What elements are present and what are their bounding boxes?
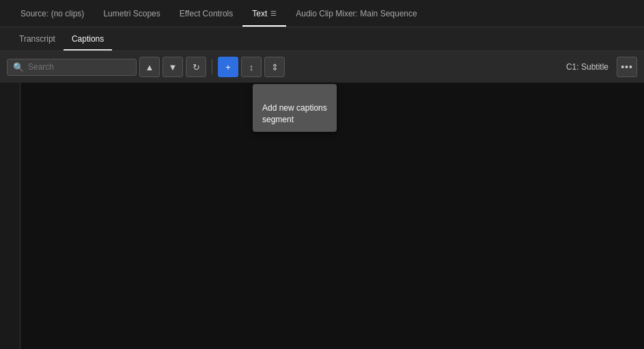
refresh-button[interactable]: ↻ bbox=[186, 57, 206, 77]
add-caption-segment-button[interactable]: + bbox=[218, 57, 238, 77]
tab-source-label: Source: (no clips) bbox=[20, 9, 84, 18]
left-panel bbox=[0, 83, 20, 349]
search-input[interactable] bbox=[28, 62, 130, 72]
sub-tab-transcript[interactable]: Transcript bbox=[11, 27, 64, 51]
up-arrow-icon: ▲ bbox=[145, 62, 154, 72]
toolbar-divider bbox=[212, 59, 212, 74]
sub-tab-captions[interactable]: Captions bbox=[64, 27, 112, 51]
search-box[interactable]: 🔍 bbox=[7, 59, 137, 76]
tab-audio-clip-mixer-label: Audio Clip Mixer: Main Sequence bbox=[296, 9, 417, 18]
tab-source[interactable]: Source: (no clips) bbox=[11, 0, 94, 27]
tab-lumetri-label: Lumetri Scopes bbox=[103, 9, 160, 18]
track-label: C1: Subtitle bbox=[566, 62, 608, 72]
ellipsis-icon: ••• bbox=[621, 61, 633, 72]
align-center-icon: ↕ bbox=[249, 62, 254, 72]
tab-effect-controls-label: Effect Controls bbox=[180, 9, 233, 18]
down-arrow-icon: ▼ bbox=[169, 62, 178, 72]
tab-text[interactable]: Text ☰ bbox=[242, 0, 286, 27]
caption-area bbox=[20, 83, 644, 349]
navigate-down-button[interactable]: ▼ bbox=[163, 57, 183, 77]
main-content bbox=[0, 83, 644, 349]
toolbar: 🔍 ▲ ▼ ↻ + ↕ ⇕ C1: Subtitle ••• Add new c… bbox=[0, 51, 644, 83]
sub-tab-bar: Transcript Captions bbox=[0, 27, 644, 51]
split-icon: ⇕ bbox=[271, 62, 279, 72]
more-options-button[interactable]: ••• bbox=[617, 57, 637, 77]
search-icon: 🔍 bbox=[13, 62, 24, 72]
align-center-button[interactable]: ↕ bbox=[241, 57, 262, 77]
split-button[interactable]: ⇕ bbox=[264, 57, 285, 77]
plus-icon: + bbox=[225, 62, 231, 72]
tab-text-menu-icon: ☰ bbox=[270, 10, 277, 17]
tab-lumetri[interactable]: Lumetri Scopes bbox=[94, 0, 169, 27]
tab-audio-clip-mixer[interactable]: Audio Clip Mixer: Main Sequence bbox=[286, 0, 426, 27]
tab-effect-controls[interactable]: Effect Controls bbox=[170, 0, 242, 27]
top-tab-bar: Source: (no clips) Lumetri Scopes Effect… bbox=[0, 0, 644, 27]
navigate-up-button[interactable]: ▲ bbox=[139, 57, 160, 77]
sub-tab-captions-label: Captions bbox=[72, 34, 104, 44]
tab-text-label: Text bbox=[252, 9, 267, 18]
refresh-icon: ↻ bbox=[193, 62, 200, 72]
sub-tab-transcript-label: Transcript bbox=[19, 34, 55, 44]
